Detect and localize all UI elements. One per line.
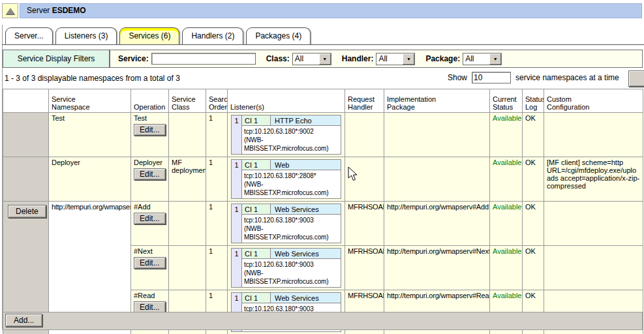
chevron-down-icon[interactable]: ▼ xyxy=(489,53,501,65)
listener-box: 1 CI 1 Web Services tcp:10.120.63.180*:9… xyxy=(231,204,341,243)
column-header-status-log: Status Log xyxy=(523,89,544,113)
listener-host: (NWB-MBISSETXP.microfocus.com) xyxy=(244,180,339,197)
collapse-triangle-icon xyxy=(6,8,15,14)
delete-button[interactable]: Delete xyxy=(8,205,46,218)
class-filter-label: Class: xyxy=(266,54,290,63)
filter-title: Service Display Filters xyxy=(3,50,110,67)
es-admin-services-page: Server ESDEMO Server... Listeners (3) Se… xyxy=(0,0,644,334)
service-display-filters: Service Display Filters Service: Class: … xyxy=(3,50,643,68)
listener-host: (NWB-MBISSETXP.microfocus.com) xyxy=(244,224,339,241)
cell-listeners: 1 CI 1 Web Services tcp:10.120.63.180*:9… xyxy=(228,202,345,246)
apply-show-count-button[interactable] xyxy=(628,70,644,87)
service-filter-input[interactable] xyxy=(151,53,256,65)
operation-name: #Add xyxy=(134,203,166,211)
cell-request-handler: MFRHSOAP xyxy=(345,246,384,290)
cell-operation: #Add Edit... xyxy=(131,202,169,246)
header-row: Service Namespace Operation Service Clas… xyxy=(3,89,643,113)
chevron-down-icon[interactable]: ▼ xyxy=(319,53,331,65)
listener-type: Web Services xyxy=(271,204,341,215)
cell-listeners: 1 CI 1 Web Services tcp:10.120.63.180*:9… xyxy=(228,246,345,290)
tab-services[interactable]: Services (6) xyxy=(119,27,179,44)
edit-button[interactable]: Edit... xyxy=(134,257,166,269)
class-filter-select[interactable]: All ▼ xyxy=(292,53,331,65)
listener-number: 1 xyxy=(232,115,242,154)
page-title: Server ESDEMO xyxy=(20,3,642,18)
namespace-count-summary: 1 - 3 of 3 displayable namespaces from a… xyxy=(5,74,180,83)
cell-service-class: MF deployment xyxy=(169,157,206,202)
cell-service-class xyxy=(169,202,206,246)
tab-bar: Server... Listeners (3) Services (6) Han… xyxy=(5,27,311,44)
cell-custom-config xyxy=(544,246,643,290)
row-actions-cell xyxy=(3,113,49,157)
listener-conversation: CI 1 xyxy=(242,115,271,126)
show-count-input[interactable] xyxy=(472,72,511,84)
cell-implementation: http://tempuri.org/wmapserv#Add xyxy=(384,202,490,246)
column-header-implementation: Implementation Package xyxy=(384,89,490,113)
handler-filter-select[interactable]: All ▼ xyxy=(376,53,415,65)
listener-number: 1 xyxy=(232,204,242,243)
service-filter-label: Service: xyxy=(118,54,149,63)
tab-server[interactable]: Server... xyxy=(5,27,53,44)
cell-operation: Test Edit... xyxy=(131,113,169,157)
collapse-button[interactable] xyxy=(2,3,18,18)
tab-label: Packages (4) xyxy=(255,31,301,40)
cell-custom-config: [MF client] scheme=http URL=/cgi/mfdeplo… xyxy=(544,157,643,202)
listener-conversation: CI 1 xyxy=(242,249,271,259)
cell-namespace: Deployer xyxy=(49,157,131,202)
handler-filter-label: Handler: xyxy=(342,54,374,63)
listener-box: 1 CI 1 Web Services tcp:10.120.63.180*:9… xyxy=(231,248,341,288)
listener-address: tcp:10.120.63.180*:9003 (NWB-MBISSETXP.m… xyxy=(242,259,341,287)
cell-implementation: http://tempuri.org/wmapserv#Next xyxy=(384,246,490,290)
cell-custom-config xyxy=(544,113,643,157)
edit-button[interactable]: Edit... xyxy=(134,213,166,224)
chevron-down-icon[interactable]: ▼ xyxy=(403,53,414,65)
listener-endpoint: tcp:10.120.63.180*:9002 xyxy=(244,127,339,136)
show-count-control: Show service namespaces at a time xyxy=(448,72,619,84)
edit-button[interactable]: Edit... xyxy=(134,124,166,136)
tab-baseline xyxy=(2,44,644,45)
column-header-current-status: Current Status xyxy=(490,89,523,113)
column-header-namespace: Service Namespace xyxy=(49,89,131,113)
cell-status-log: OK xyxy=(523,157,544,202)
cell-status-log: OK xyxy=(523,202,544,246)
listener-number: 1 xyxy=(232,160,242,198)
listener-box: 1 CI 1 HTTP Echo tcp:10.120.63.180*:9002… xyxy=(231,115,341,155)
add-button[interactable]: Add... xyxy=(5,314,42,327)
listener-conversation: CI 1 xyxy=(242,293,271,303)
cell-listeners: 1 CI 1 Web tcp:10.120.63.180*:2808* (NWB… xyxy=(228,157,345,202)
edit-button[interactable]: Edit... xyxy=(134,168,166,180)
operation-name: Test xyxy=(134,114,166,122)
listener-conversation: CI 1 xyxy=(242,160,271,170)
tab-packages[interactable]: Packages (4) xyxy=(246,27,311,44)
table-row: Delete http://tempuri.org/wmapserv #Add … xyxy=(3,202,643,246)
cell-request-handler: MFRHSOAP xyxy=(345,202,384,246)
class-filter-value: All xyxy=(293,54,319,63)
column-header-listeners: Listener(s) xyxy=(228,89,345,113)
package-filter-select[interactable]: All ▼ xyxy=(463,53,502,65)
column-header-service-class: Service Class xyxy=(169,89,206,113)
status-badge: Available xyxy=(490,113,523,157)
cell-implementation xyxy=(384,113,490,157)
cell-status-log: OK xyxy=(523,246,544,290)
table-footer-bar: Add... xyxy=(3,312,643,330)
listener-host: (NWB-MBISSETXP.microfocus.com) xyxy=(244,136,339,153)
row-actions-cell xyxy=(3,157,49,202)
server-title-bar: Server ESDEMO xyxy=(2,3,642,18)
column-header-request-handler: Request Handler xyxy=(345,89,384,113)
tab-listeners[interactable]: Listeners (3) xyxy=(55,27,117,44)
cell-custom-config xyxy=(544,202,643,246)
cell-namespace: Test xyxy=(49,113,131,157)
title-prefix: Server xyxy=(27,6,50,15)
package-filter-label: Package: xyxy=(425,54,460,63)
server-name: ESDEMO xyxy=(52,6,86,15)
status-badge: Available xyxy=(490,246,523,290)
operation-name: Deployer xyxy=(134,159,166,166)
cell-listeners: 1 CI 1 HTTP Echo tcp:10.120.63.180*:9002… xyxy=(228,113,345,157)
status-badge: Available xyxy=(490,157,523,202)
cell-operation: Deployer Edit... xyxy=(131,157,169,202)
tab-handlers[interactable]: Handlers (2) xyxy=(182,27,243,44)
cell-operation: #Next Edit... xyxy=(131,246,169,290)
handler-filter-value: All xyxy=(376,54,403,63)
mouse-cursor-icon xyxy=(348,166,360,184)
cell-search-order: 1 xyxy=(206,113,228,157)
